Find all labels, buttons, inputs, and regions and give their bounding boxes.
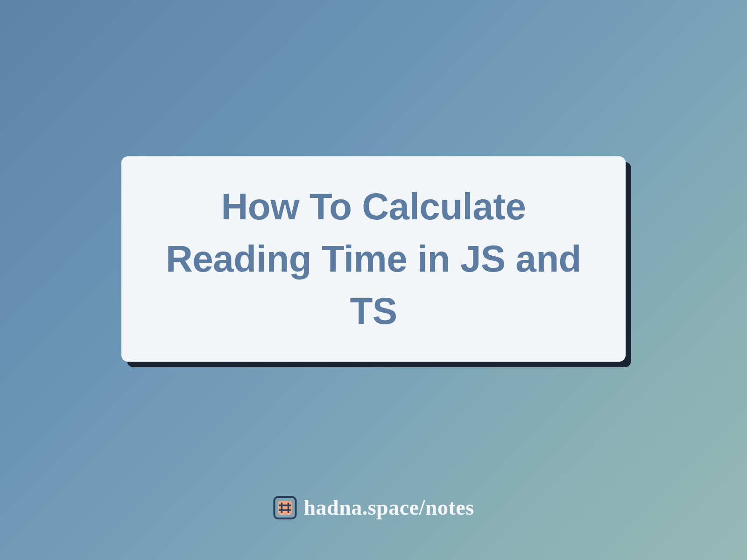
footer-url: hadna.space/notes	[303, 495, 474, 520]
hash-logo-icon	[273, 496, 297, 520]
title-card: How To Calculate Reading Time in JS and …	[121, 156, 626, 362]
svg-rect-1	[278, 501, 292, 515]
title-heading: How To Calculate Reading Time in JS and …	[145, 181, 602, 337]
footer: hadna.space/notes	[273, 495, 474, 520]
